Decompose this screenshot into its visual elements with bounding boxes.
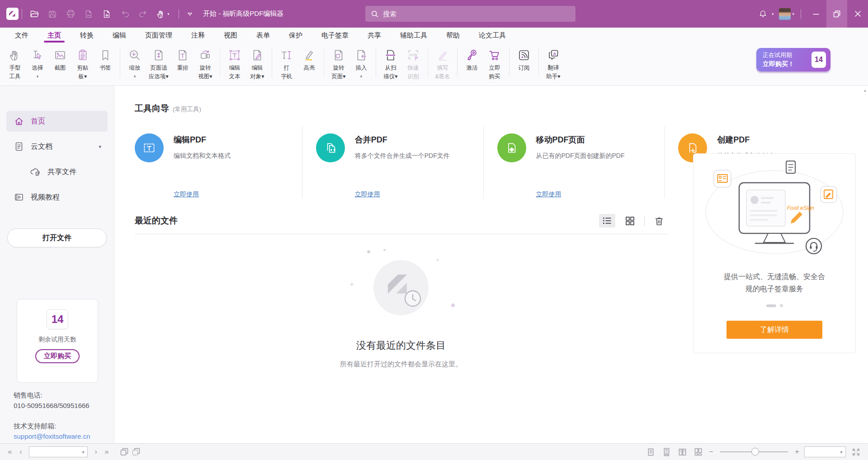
- page-number-box[interactable]: ▾: [29, 446, 88, 457]
- trial-period-badge[interactable]: 正在试用期 立即购买！ 14: [756, 48, 830, 71]
- single-page-view-button[interactable]: [645, 446, 656, 458]
- zoom-in-button[interactable]: +: [794, 448, 800, 456]
- delete-page-button[interactable]: [80, 5, 98, 23]
- tool-bookmark[interactable]: 书签: [94, 47, 117, 71]
- redo-button[interactable]: [134, 5, 152, 23]
- restore-window-button[interactable]: [826, 0, 847, 28]
- menu-item-esign[interactable]: 电子签章: [312, 28, 358, 43]
- menu-item-page-management[interactable]: 页面管理: [136, 28, 182, 43]
- tool-translate-assistant[interactable]: A 翻译 助手▾: [542, 47, 565, 80]
- list-view-button[interactable]: [599, 214, 615, 228]
- tool-from-scanner[interactable]: 从扫 描仪▾: [379, 47, 402, 80]
- tool-clipboard[interactable]: 剪贴 板▾: [71, 47, 94, 80]
- collapse-toolbar-button[interactable]: [182, 5, 198, 23]
- tool-insert-pages[interactable]: 插入 ▾: [350, 47, 373, 80]
- clipboard-pages-button[interactable]: [130, 446, 142, 458]
- menu-item-help[interactable]: 帮助: [437, 28, 469, 43]
- continuous-view-button[interactable]: [660, 446, 672, 458]
- zoom-level-box[interactable]: ▾: [804, 446, 846, 457]
- zoom-slider[interactable]: [720, 447, 788, 456]
- close-button[interactable]: [847, 0, 868, 28]
- snapshot-pages-button[interactable]: [118, 446, 130, 458]
- print-button[interactable]: [61, 5, 80, 23]
- tool-page-fit[interactable]: 页面适 应选项▾: [146, 47, 171, 80]
- tool-subscribe[interactable]: 订阅: [513, 47, 535, 71]
- zoom-level-input[interactable]: [805, 447, 837, 457]
- tool-reflow[interactable]: 重排: [171, 47, 194, 71]
- zoom-out-button[interactable]: −: [708, 448, 714, 456]
- carousel-dot-active[interactable]: [766, 304, 776, 307]
- use-now-link[interactable]: 立即使用: [536, 190, 625, 199]
- learn-more-button[interactable]: 了解详情: [726, 321, 822, 339]
- tool-snapshot[interactable]: 截图: [49, 47, 71, 71]
- carousel-dot[interactable]: [780, 304, 783, 307]
- tool-highlight[interactable]: 高亮: [298, 47, 321, 71]
- tool-activate[interactable]: 激活: [461, 47, 483, 71]
- facing-view-button[interactable]: [676, 446, 688, 458]
- card-merge-pdf[interactable]: 合并PDF 将多个文件合并生成一个PDF文件 立即使用: [302, 126, 483, 199]
- open-file-button-sidebar[interactable]: 打开文件: [7, 228, 107, 247]
- grid-view-button[interactable]: [622, 214, 638, 228]
- hand-tool-button[interactable]: ▾: [152, 5, 175, 23]
- last-page-button[interactable]: »: [101, 447, 112, 456]
- first-page-button[interactable]: «: [5, 447, 15, 456]
- tool-select[interactable]: 选择 ▾: [26, 47, 49, 80]
- menu-item-view[interactable]: 视图: [214, 28, 247, 43]
- tool-hand[interactable]: 手型 工具: [4, 47, 26, 80]
- home-icon: [14, 116, 24, 126]
- open-file-button[interactable]: [25, 5, 43, 23]
- menu-item-convert[interactable]: 转换: [71, 28, 103, 43]
- page-number-input[interactable]: [29, 447, 79, 457]
- menu-item-share[interactable]: 共享: [358, 28, 391, 43]
- save-button[interactable]: [43, 5, 61, 23]
- page-dropdown-caret[interactable]: ▾: [79, 450, 87, 455]
- tool-buy-now[interactable]: 立即 购买: [483, 47, 506, 80]
- support-email-link[interactable]: support@foxitsoftware.cn: [14, 431, 90, 441]
- search-input[interactable]: [383, 10, 576, 18]
- tool-typewriter[interactable]: 打 字机: [275, 47, 298, 80]
- sidebar-item-video-tutorials[interactable]: 视频教程: [6, 187, 108, 208]
- scrollbar-up-arrow[interactable]: ▴: [864, 88, 866, 93]
- card-move-pdf-pages[interactable]: 移动PDF页面 从已有的PDF页面创建新的PDF 立即使用: [483, 126, 665, 199]
- sidebar-item-cloud-docs[interactable]: 云文档 ▾: [6, 136, 108, 157]
- fullscreen-button[interactable]: [850, 446, 862, 458]
- use-now-link[interactable]: 立即使用: [355, 190, 450, 199]
- zoom-slider-thumb[interactable]: [751, 448, 759, 455]
- zoom-dropdown-caret[interactable]: ▾: [837, 450, 845, 455]
- card-edit-pdf[interactable]: 编辑PDF 编辑文档和文本格式 立即使用: [135, 126, 302, 199]
- hand-icon: [8, 48, 22, 62]
- menu-item-accessibility[interactable]: 辅助工具: [391, 28, 437, 43]
- tool-fill-sign[interactable]: 填写 &签名: [431, 47, 454, 80]
- clear-recent-button[interactable]: [651, 214, 667, 228]
- tool-zoom[interactable]: 缩放 ▾: [123, 47, 146, 80]
- user-avatar[interactable]: [779, 8, 791, 20]
- menu-item-file[interactable]: 文件: [5, 28, 38, 43]
- menu-item-comment[interactable]: 注释: [182, 28, 214, 43]
- menu-item-home[interactable]: 主页: [38, 28, 71, 43]
- use-now-link[interactable]: 立即使用: [174, 190, 231, 199]
- sidebar-item-home[interactable]: 首页: [6, 111, 108, 132]
- sidebar-item-shared-files[interactable]: 共享文件: [6, 161, 108, 182]
- menu-item-form[interactable]: 表单: [247, 28, 279, 43]
- select-cursor-icon: [31, 48, 44, 62]
- account-caret[interactable]: ▾: [792, 12, 794, 16]
- tool-quick-ocr[interactable]: OCR 快速 识别: [402, 47, 425, 80]
- tool-edit-text[interactable]: 编辑 文本: [223, 47, 246, 80]
- tool-rotate-view[interactable]: 旋转 视图▾: [194, 47, 217, 80]
- buy-now-button[interactable]: 立即购买: [35, 349, 80, 363]
- menu-item-protect[interactable]: 保护: [279, 28, 312, 43]
- chevron-down-icon[interactable]: ▾: [99, 144, 101, 150]
- facing-continuous-view-button[interactable]: [692, 446, 704, 458]
- notifications-button[interactable]: [756, 5, 770, 23]
- notifications-caret[interactable]: ▾: [772, 12, 774, 16]
- new-page-button[interactable]: [98, 5, 116, 23]
- tool-edit-object[interactable]: 编辑 对象▾: [246, 47, 269, 80]
- menu-item-paper-tools[interactable]: 论文工具: [469, 28, 515, 43]
- undo-button[interactable]: [116, 5, 134, 23]
- next-page-button[interactable]: ›: [90, 447, 101, 456]
- minimize-button[interactable]: [806, 0, 826, 28]
- tool-rotate-pages[interactable]: 旋转 页面▾: [327, 47, 350, 80]
- menu-item-edit[interactable]: 编辑: [103, 28, 136, 43]
- search-bar[interactable]: [365, 6, 576, 22]
- previous-page-button[interactable]: ‹: [15, 447, 26, 456]
